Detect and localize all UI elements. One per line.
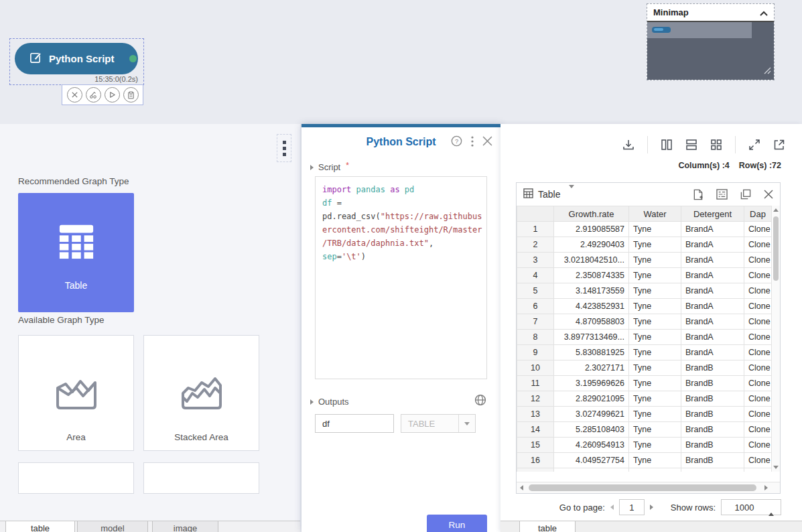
data-cell[interactable]: BrandA bbox=[681, 299, 744, 314]
output-type-select[interactable]: TABLE bbox=[401, 414, 476, 433]
previous-page-icon[interactable] bbox=[610, 505, 614, 510]
data-cell[interactable]: Clone bbox=[744, 268, 772, 283]
row-number-cell[interactable]: 11 bbox=[517, 376, 554, 391]
data-cell[interactable]: Tyne bbox=[629, 237, 681, 253]
horizontal-scroll-thumb[interactable] bbox=[529, 484, 756, 491]
show-rows-input[interactable] bbox=[722, 502, 767, 513]
data-cell[interactable]: Clone bbox=[744, 222, 772, 237]
run-node-icon[interactable] bbox=[105, 87, 120, 103]
close-card-icon[interactable] bbox=[764, 190, 773, 199]
data-cell[interactable]: Tyne bbox=[629, 438, 681, 453]
row-number-cell[interactable]: 2 bbox=[517, 237, 554, 253]
row-number-cell[interactable]: 6 bbox=[517, 299, 554, 314]
data-cell[interactable]: 3.027499621 bbox=[554, 407, 629, 422]
data-cell[interactable]: Clone bbox=[744, 330, 772, 345]
run-button[interactable]: Run bbox=[427, 515, 487, 532]
row-number-cell[interactable]: 13 bbox=[517, 407, 554, 422]
data-cell[interactable]: 2.350874335 bbox=[554, 268, 629, 283]
graph-tile-stacked-area[interactable]: Stacked Area bbox=[143, 335, 259, 451]
data-cell[interactable]: Clone bbox=[744, 376, 772, 391]
data-cell[interactable]: 3.8977313469... bbox=[554, 330, 629, 345]
card-title-dropdown-icon[interactable] bbox=[569, 188, 574, 200]
data-cell[interactable]: BrandA bbox=[681, 268, 744, 283]
download-icon[interactable] bbox=[622, 139, 634, 151]
data-cell[interactable]: Tyne bbox=[629, 283, 681, 299]
row-number-cell[interactable]: 1 bbox=[517, 222, 554, 237]
data-cell[interactable]: Tyne bbox=[629, 299, 681, 314]
copy-output-icon[interactable] bbox=[740, 189, 751, 200]
column-header[interactable]: Detergent bbox=[681, 206, 744, 222]
scroll-left-icon[interactable] bbox=[517, 482, 527, 493]
split-columns-icon[interactable] bbox=[661, 139, 673, 151]
script-code-editor[interactable]: import pandas as pddf =pd.read_csv("http… bbox=[315, 176, 487, 379]
horizontal-scrollbar[interactable] bbox=[517, 482, 780, 493]
graph-tile-partial[interactable] bbox=[143, 462, 259, 494]
data-cell[interactable]: 3.0218042510... bbox=[554, 253, 629, 268]
node-output-port[interactable] bbox=[129, 55, 137, 62]
row-number-cell[interactable]: 16 bbox=[517, 453, 554, 468]
data-cell[interactable]: 2.49290403 bbox=[554, 237, 629, 253]
graph-tile-partial[interactable] bbox=[18, 462, 134, 494]
split-rows-icon[interactable] bbox=[685, 139, 697, 151]
data-cell[interactable]: BrandB bbox=[681, 376, 744, 391]
output-name-input[interactable] bbox=[315, 414, 394, 433]
data-cell[interactable]: 4.623400317 bbox=[554, 468, 629, 472]
vertical-scroll-thumb[interactable] bbox=[773, 216, 779, 281]
data-cell[interactable]: BrandA bbox=[681, 314, 744, 330]
row-number-cell[interactable]: 5 bbox=[517, 283, 554, 299]
panel-menu-icon[interactable] bbox=[277, 134, 291, 162]
data-cell[interactable]: BrandA bbox=[681, 283, 744, 299]
fullscreen-icon[interactable] bbox=[748, 139, 760, 151]
data-cell[interactable]: BrandB bbox=[681, 438, 744, 453]
collapse-minimap-icon[interactable] bbox=[760, 7, 768, 19]
data-cell[interactable]: 5.830881925 bbox=[554, 345, 629, 360]
data-cell[interactable]: BrandB bbox=[681, 360, 744, 376]
row-number-cell[interactable]: 4 bbox=[517, 268, 554, 283]
minimap-resize-handle[interactable] bbox=[764, 65, 771, 77]
row-number-cell[interactable]: 7 bbox=[517, 314, 554, 330]
scroll-up-icon[interactable] bbox=[772, 206, 780, 214]
row-number-cell[interactable]: 9 bbox=[517, 345, 554, 360]
data-cell[interactable]: 4.049527754 bbox=[554, 453, 629, 468]
data-cell[interactable]: BrandB bbox=[681, 453, 744, 468]
data-cell[interactable]: 4.870958803 bbox=[554, 314, 629, 330]
data-cell[interactable]: Clone bbox=[744, 422, 772, 438]
data-cell[interactable]: Tyne bbox=[629, 407, 681, 422]
data-cell[interactable]: Clone bbox=[744, 360, 772, 376]
script-section-toggle[interactable]: Script * bbox=[310, 162, 349, 172]
tab-table-result[interactable]: table bbox=[519, 521, 576, 532]
data-cell[interactable]: 4.260954913 bbox=[554, 438, 629, 453]
row-number-cell[interactable]: 10 bbox=[517, 360, 554, 376]
vertical-scrollbar[interactable] bbox=[771, 206, 780, 472]
data-cell[interactable]: 2.3027171 bbox=[554, 360, 629, 376]
row-number-cell[interactable]: 17 bbox=[517, 468, 554, 472]
row-number-cell[interactable]: 15 bbox=[517, 438, 554, 453]
data-cell[interactable]: Clone bbox=[744, 407, 772, 422]
data-cell[interactable]: BrandA bbox=[681, 237, 744, 253]
globe-icon[interactable] bbox=[474, 394, 486, 409]
python-script-node[interactable]: Python Script bbox=[15, 43, 138, 74]
data-cell[interactable]: Tyne bbox=[629, 268, 681, 283]
graph-tile-table[interactable]: Table bbox=[18, 193, 134, 312]
data-cell[interactable]: Tyne bbox=[629, 468, 681, 472]
data-cell[interactable]: 2.919085587 bbox=[554, 222, 629, 237]
graph-tile-area[interactable]: Area bbox=[18, 335, 134, 451]
data-cell[interactable]: Clone bbox=[744, 314, 772, 330]
data-cell[interactable]: BrandA bbox=[681, 253, 744, 268]
data-cell[interactable]: Tyne bbox=[629, 222, 681, 237]
data-cell[interactable]: Clone bbox=[744, 283, 772, 299]
delete-node-icon[interactable] bbox=[67, 87, 82, 103]
column-header[interactable]: Growth.rate bbox=[554, 206, 629, 222]
column-header[interactable] bbox=[517, 206, 554, 222]
data-cell[interactable]: 3.195969626 bbox=[554, 376, 629, 391]
data-cell[interactable]: Tyne bbox=[629, 376, 681, 391]
data-cell[interactable]: BrandB bbox=[681, 422, 744, 438]
minimap-map[interactable] bbox=[647, 22, 774, 80]
data-cell[interactable]: Tyne bbox=[629, 253, 681, 268]
column-header[interactable]: Water bbox=[629, 206, 681, 222]
column-header[interactable]: Dap bbox=[744, 206, 772, 222]
tab-table[interactable]: table bbox=[5, 521, 75, 532]
data-cell[interactable]: 5.285108403 bbox=[554, 422, 629, 438]
close-dialog-icon[interactable] bbox=[482, 136, 492, 146]
data-cell[interactable]: Clone bbox=[744, 438, 772, 453]
